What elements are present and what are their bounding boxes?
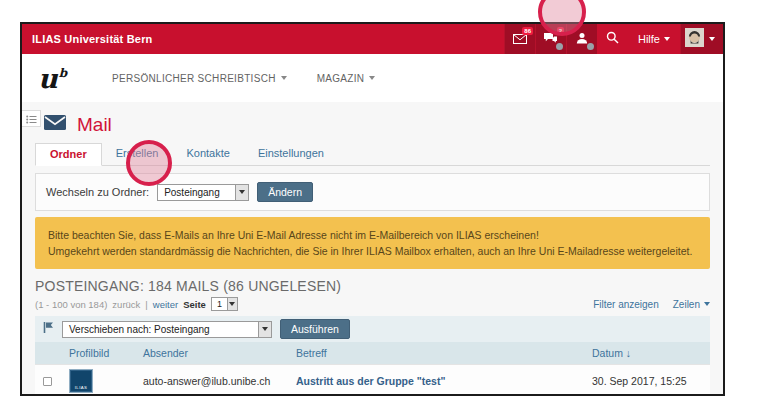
dropdown-arrow-icon (235, 185, 248, 200)
alert-line-2: Umgekehrt werden standardmässig die Nach… (48, 243, 697, 259)
caret-down-icon (664, 37, 670, 41)
tab-ordner[interactable]: Ordner (35, 143, 102, 166)
sender-cell: auto-answer@ilub.unibe.ch (135, 365, 288, 397)
help-label: Hilfe (638, 33, 660, 45)
move-flag-icon (43, 320, 54, 338)
column-betreff[interactable]: Betreff (288, 342, 584, 365)
mail-button[interactable]: 86 (504, 24, 535, 54)
pagination-range: (1 - 100 von 184) (35, 299, 107, 310)
chat-badge: 2 (557, 27, 564, 35)
column-absender[interactable]: Absender (135, 342, 288, 365)
pagination-row: (1 - 100 von 184) zurück | weiter Seite … (35, 296, 710, 312)
caret-down-icon (281, 76, 287, 80)
search-icon (606, 30, 619, 48)
move-toolbar: Verschieben nach: Posteingang Ausführen (35, 316, 710, 342)
user-menu[interactable] (680, 24, 723, 54)
tree-toggle-button[interactable] (22, 110, 41, 127)
alert-line-1: Bitte beachten Sie, dass E-Mails an Ihre… (48, 227, 697, 243)
page-title: Mail (77, 114, 112, 136)
column-profilbild: Profilbild (61, 342, 135, 365)
page-select[interactable]: 1 (211, 297, 238, 311)
folder-switch-label: Wechseln zu Ordner: (46, 186, 149, 198)
view-links: Filter anzeigen Zeilen (593, 299, 710, 310)
date-cell: 30. Sep 2017, 15:25 (584, 365, 710, 397)
row-checkbox[interactable] (43, 377, 52, 386)
subject-link[interactable]: Austritt aus der Gruppe "test" (296, 375, 445, 387)
tab-bar: Ordner Erstellen Kontakte Einstellungen (35, 143, 710, 166)
top-bar-actions: 86 2 Hilfe (504, 24, 723, 54)
screenshot-frame: ILIAS Universität Bern 86 2 (20, 22, 725, 396)
dropdown-arrow-icon (258, 322, 271, 337)
pagination-separator: | (145, 299, 147, 310)
pagination-next-link[interactable]: weiter (153, 299, 178, 310)
search-button[interactable] (597, 24, 628, 54)
mail-table: Profilbild Absender Betreff Datum ↓ ILIA… (35, 342, 710, 396)
rows-menu-link[interactable]: Zeilen (673, 299, 710, 310)
page-select-label: Seite (183, 299, 206, 310)
info-alert: Bitte beachten Sie, dass E-Mails an Ihre… (35, 217, 710, 269)
caret-down-icon (369, 76, 375, 80)
tab-kontakte[interactable]: Kontakte (172, 143, 243, 165)
logo-bar: ub PERSÖNLICHER SCHREIBTISCH MAGAZIN (22, 54, 723, 102)
select-all-column (35, 342, 61, 365)
tab-einstellungen[interactable]: Einstellungen (244, 143, 338, 165)
mail-badge: 86 (522, 27, 533, 35)
top-bar: ILIAS Universität Bern 86 2 (22, 24, 723, 54)
contacts-grey-badge (587, 43, 594, 50)
app-title: ILIAS Universität Bern (22, 33, 153, 45)
tab-erstellen[interactable]: Erstellen (102, 143, 173, 165)
caret-down-icon (709, 37, 715, 41)
table-row: ILIAS auto-answer@ilub.unibe.ch Austritt… (35, 365, 710, 397)
column-datum[interactable]: Datum ↓ (584, 342, 710, 365)
list-icon (26, 110, 37, 128)
folder-select[interactable]: Posteingang (157, 184, 249, 201)
nav-magazin[interactable]: MAGAZIN (317, 73, 376, 84)
sort-desc-icon: ↓ (626, 347, 631, 359)
folder-switch-toolbar: Wechseln zu Ordner: Posteingang Ändern (35, 173, 710, 211)
mail-section-icon (44, 115, 66, 134)
chat-button[interactable]: 2 (535, 24, 566, 54)
unibe-logo: ub (38, 65, 66, 92)
help-menu[interactable]: Hilfe (628, 24, 680, 54)
chat-grey-badge (556, 43, 563, 50)
change-folder-button[interactable]: Ändern (257, 182, 313, 202)
dropdown-arrow-icon (227, 298, 237, 310)
profile-avatar: ILIAS (69, 369, 93, 393)
filter-toggle-link[interactable]: Filter anzeigen (593, 299, 659, 310)
main-nav: PERSÖNLICHER SCHREIBTISCH MAGAZIN (112, 73, 375, 84)
pagination-back-link[interactable]: zurück (112, 299, 140, 310)
move-to-select[interactable]: Verschieben nach: Posteingang (62, 321, 272, 338)
contacts-button[interactable] (566, 24, 597, 54)
execute-button[interactable]: Ausführen (280, 319, 350, 339)
nav-personal-desktop[interactable]: PERSÖNLICHER SCHREIBTISCH (112, 73, 287, 84)
page-header: Mail (35, 102, 710, 137)
content-area: Mail Ordner Erstellen Kontakte Einstellu… (22, 102, 723, 396)
caret-down-icon (704, 302, 710, 306)
inbox-heading: POSTEINGANG: 184 MAILS (86 UNGELESEN) (35, 278, 710, 294)
avatar (685, 28, 704, 51)
table-header-row: Profilbild Absender Betreff Datum ↓ (35, 342, 710, 365)
